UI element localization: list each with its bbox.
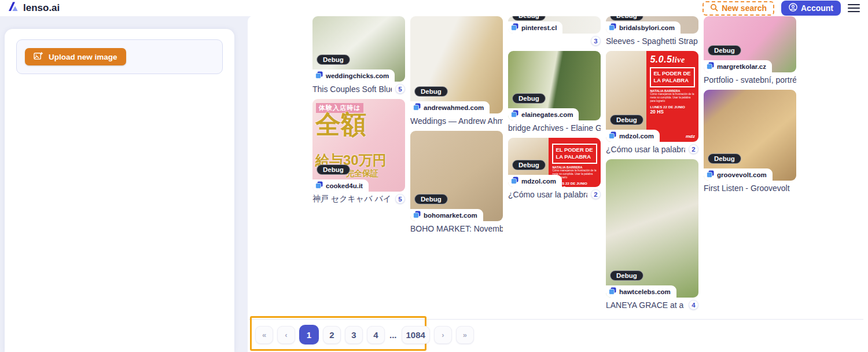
result-card[interactable]: Debugbridalsbylori.comSleeves - Spaghett… [606, 16, 698, 46]
domain-chip[interactable]: elainegates.com [508, 108, 579, 120]
domain-chip[interactable]: mdzol.com [508, 175, 562, 187]
debug-badge: Debug [708, 45, 741, 56]
ad-text: 5.0.5live [650, 54, 695, 65]
pagination-first-button[interactable]: « [255, 326, 273, 344]
ad-text: LUNES 22 DE JUNIO [650, 105, 695, 109]
result-card[interactable]: Debughawtcelebs.comLANEYA GRACE at a Pho… [606, 159, 698, 310]
domain-chip[interactable]: pinterest.cl [508, 21, 562, 34]
result-image: Debugelainegates.com [508, 51, 601, 120]
pagination-page-1-button[interactable]: 1 [299, 325, 319, 344]
match-count-badge: 5 [395, 194, 405, 204]
debug-badge: Debug [708, 153, 741, 164]
result-image: Debughawtcelebs.com [606, 159, 698, 298]
account-icon [789, 3, 797, 13]
domain-chip[interactable]: andrewahmed.com [410, 101, 490, 113]
pagination-page-3-button[interactable]: 3 [345, 326, 363, 344]
debug-badge: Debug [610, 115, 643, 125]
result-card[interactable]: Debugbohomarket.comBOHO MARKET: November… [410, 131, 503, 234]
domain-label: cooked4u.it [326, 182, 363, 189]
account-button[interactable]: Account [781, 1, 841, 16]
ad-text: EL PODER DE LA PALABRA [552, 144, 597, 164]
match-count-badge: 3 [591, 36, 601, 46]
result-title-row: First Listen - Groovevolt [704, 182, 796, 193]
debug-badge: Debug [414, 86, 448, 97]
match-count-badge: 4 [689, 300, 698, 310]
domain-chip[interactable]: bohomarket.com [410, 209, 483, 221]
upload-section: Upload new image [16, 39, 223, 74]
new-search-button[interactable]: New search [703, 1, 774, 16]
debug-badge: Debug [610, 16, 643, 21]
stack-icon [511, 177, 518, 185]
result-title-row: ¿Cómo usar la palabra pa...2 [508, 189, 601, 200]
result-card[interactable]: Debugweddingchicks.comThis Couples Soft … [312, 16, 405, 94]
stack-icon [315, 71, 323, 80]
stack-icon [609, 23, 616, 32]
result-title: This Couples Soft Blue an... [312, 85, 392, 94]
result-card[interactable]: Debuggroovevolt.comFirst Listen - Groove… [704, 90, 796, 193]
results-column: Debugbridalsbylori.comSleeves - Spaghett… [606, 16, 698, 315]
result-image: Debugbridalsbylori.com [606, 16, 698, 34]
result-card[interactable]: 体験入店時は全額給与30万円完全保証Debugcooked4u.it神戸 セクキ… [312, 99, 405, 204]
pagination-page-1084-button[interactable]: 1084 [402, 326, 430, 344]
pagination-ellipsis: ... [389, 330, 397, 340]
domain-label: groovevolt.com [717, 171, 767, 178]
stack-icon [413, 211, 421, 219]
stack-icon [413, 103, 421, 112]
result-image: Debugmargretkolar.cz [704, 16, 796, 72]
domain-chip[interactable]: mdzol.com [606, 130, 660, 142]
result-title-row: BOHO MARKET: November 2... [410, 223, 503, 234]
results-column: Debugpinterest.cl3Debugelainegates.combr… [508, 16, 601, 315]
debug-badge: Debug [512, 93, 546, 104]
domain-label: margretkolar.cz [717, 63, 766, 70]
result-title: bridge Archives - Elaine Gate... [508, 123, 601, 133]
ad-overlay: 体験入店時は全額給与30万円完全保証 [312, 99, 405, 192]
domain-chip[interactable]: groovevolt.com [704, 168, 773, 181]
logo-text: lenso.ai [23, 2, 60, 14]
domain-chip[interactable]: cooked4u.it [312, 179, 369, 192]
debug-badge: Debug [512, 16, 546, 21]
result-title: 神戸 セクキャバ バイト ゆ... [312, 194, 392, 204]
result-title: ¿Cómo usar la palabra pa... [606, 145, 685, 154]
ad-brand: mdz [686, 134, 695, 139]
results-panel: Debugweddingchicks.comThis Couples Soft … [248, 16, 868, 352]
pagination-last-button[interactable]: » [456, 326, 474, 344]
match-count-badge: 2 [689, 144, 698, 154]
result-card[interactable]: Debugpinterest.cl3 [508, 16, 601, 46]
stack-icon [511, 23, 518, 32]
pagination-next-button[interactable]: › [434, 326, 452, 344]
result-title-row: Weddings — Andrew Ahmed [410, 115, 503, 126]
result-title: BOHO MARKET: November 2... [410, 224, 503, 233]
result-card[interactable]: EL PODER DE LA PALABRANATALIA BARRERACóm… [508, 138, 601, 200]
result-title-row: LANEYA GRACE at a Photo...4 [606, 299, 698, 310]
domain-chip[interactable]: bridalsbylori.com [606, 21, 681, 34]
top-bar: lenso.ai New search Account [0, 0, 868, 16]
domain-chip[interactable]: hawtcelebs.com [606, 285, 676, 298]
results-grid: Debugweddingchicks.comThis Couples Soft … [248, 16, 868, 315]
pagination-page-2-button[interactable]: 2 [323, 326, 341, 344]
result-image: EL PODER DE LA PALABRANATALIA BARRERACóm… [508, 138, 601, 187]
result-card[interactable]: Debugelainegates.combridge Archives - El… [508, 51, 601, 133]
result-card[interactable]: Debugandrewahmed.comWeddings — Andrew Ah… [410, 16, 503, 126]
result-title: LANEYA GRACE at a Photo... [606, 300, 685, 310]
debug-badge: Debug [512, 160, 546, 170]
results-column: Debugandrewahmed.comWeddings — Andrew Ah… [410, 16, 503, 315]
domain-chip[interactable]: weddingchicks.com [312, 69, 395, 82]
upload-new-image-button[interactable]: Upload new image [25, 48, 126, 65]
result-card[interactable]: 5.0.5liveEL PODER DE LA PALABRANATALIA B… [606, 51, 698, 155]
menu-icon[interactable] [848, 3, 860, 14]
result-title-row: Portfolio - svatební, portrétní... [704, 74, 796, 85]
debug-badge: Debug [610, 270, 643, 281]
pagination-page-4-button[interactable]: 4 [367, 326, 385, 344]
upload-image-icon [34, 52, 43, 62]
result-title-row: 3 [508, 35, 601, 46]
domain-label: hawtcelebs.com [619, 288, 671, 295]
domain-label: weddingchicks.com [326, 72, 389, 79]
search-icon [710, 3, 718, 13]
ad-text: EL PODER DE LA PALABRA [650, 67, 695, 87]
lenso-logo[interactable]: lenso.ai [8, 2, 60, 14]
result-card[interactable]: Debugmargretkolar.czPortfolio - svatební… [704, 16, 796, 85]
domain-chip[interactable]: margretkolar.cz [704, 60, 772, 72]
pagination-prev-button[interactable]: ‹ [277, 326, 295, 344]
lenso-logo-icon [8, 2, 20, 14]
ad-text: 20 HS [650, 109, 695, 115]
